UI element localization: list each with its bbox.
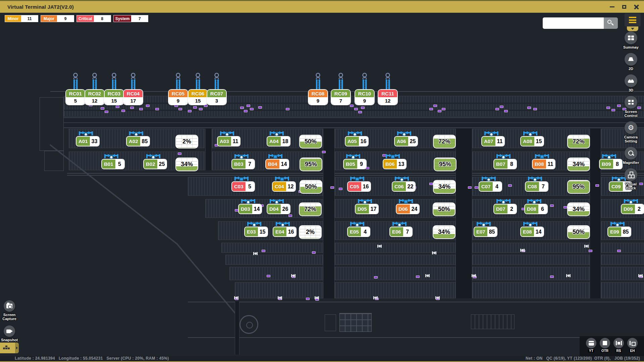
tool-magnifier[interactable]: Magnifier (623, 147, 639, 165)
truck-marker[interactable] (433, 105, 437, 107)
block-occupancy-box[interactable]: 95% (568, 181, 589, 193)
rc-unit-rc07[interactable]: RC07 3 (207, 72, 226, 105)
yard-block-e07[interactable]: E07 85 (474, 222, 497, 236)
truck-marker[interactable] (429, 183, 433, 185)
yard-block-a03[interactable]: A03 11 (218, 131, 240, 146)
hatch-marker[interactable] (291, 274, 296, 277)
yard-block-a08[interactable]: A08 15 (521, 131, 543, 146)
block-occupancy-box[interactable]: 34% (568, 203, 589, 216)
yard-block-b06[interactable]: B06 13 (383, 154, 406, 169)
block-occupancy-box[interactable]: 95% (300, 158, 322, 171)
truck-marker[interactable] (354, 108, 358, 110)
truck-marker[interactable] (155, 108, 159, 110)
truck-marker[interactable] (508, 184, 512, 187)
yard-block-e06[interactable]: E06 7 (390, 222, 412, 236)
truck-marker[interactable] (617, 250, 621, 252)
rc-unit-rc03[interactable]: RC03 15 (105, 72, 123, 105)
hatch-marker[interactable] (432, 251, 436, 254)
yard-block-a07[interactable]: A07 11 (482, 131, 504, 146)
truck-marker[interactable] (366, 167, 369, 169)
truck-marker[interactable] (495, 108, 499, 110)
yard-block-b01[interactable]: B01 5 (102, 154, 124, 169)
truck-marker[interactable] (193, 106, 197, 109)
yard-block-a04[interactable]: A04 18 (267, 131, 290, 146)
yard-block-c08[interactable]: C08 7 (526, 176, 548, 191)
truck-marker[interactable] (101, 107, 104, 110)
menu-button[interactable] (625, 13, 641, 26)
block-occupancy-box[interactable]: 50% (568, 226, 589, 238)
truck-marker[interactable] (130, 107, 134, 109)
rc-unit-rc11[interactable]: RC11 12 (378, 72, 397, 105)
rc-unit-rc09[interactable]: RC09 7 (331, 72, 350, 105)
truck-marker[interactable] (178, 108, 182, 110)
yard-block-e03[interactable]: E03 15 (245, 222, 267, 236)
snapshot-button[interactable]: Snapshot (3, 325, 16, 342)
yard-block-b08[interactable]: B08 11 (533, 154, 555, 169)
alert-badge-critical[interactable]: Critical 8 (76, 15, 111, 22)
block-occupancy-box[interactable]: 72% (300, 203, 321, 216)
yard-block-b02[interactable]: B02 25 (144, 154, 166, 169)
yard-block-e08[interactable]: E08 14 (521, 222, 543, 236)
yard-block-a02[interactable]: A02 85 (127, 131, 149, 146)
hatch-marker[interactable] (638, 274, 643, 277)
yard-block-a06[interactable]: A06 25 (395, 131, 417, 146)
yard-block-c07[interactable]: C07 4 (479, 176, 501, 191)
truck-marker[interactable] (258, 106, 262, 109)
block-occupancy-box[interactable]: 34% (176, 158, 198, 171)
truck-marker[interactable] (504, 110, 508, 112)
truck-marker[interactable] (244, 110, 248, 112)
block-occupancy-box[interactable]: 34% (568, 158, 589, 171)
minimize-button[interactable] (608, 3, 616, 11)
truck-marker[interactable] (374, 276, 378, 279)
terminal-map[interactable]: RC01 5 RC02 12 RC03 15 (0, 13, 644, 356)
yard-block-d09[interactable]: D09 2 (622, 199, 644, 214)
yard-block-c04[interactable]: C04 12 (273, 176, 295, 191)
truck-marker[interactable] (312, 251, 316, 254)
truck-marker[interactable] (589, 250, 592, 252)
screen-capture-button[interactable]: Screen Capture (3, 300, 16, 321)
close-button[interactable] (633, 3, 640, 11)
hatch-marker[interactable] (584, 245, 589, 248)
hatch-marker[interactable] (278, 296, 282, 299)
alert-badge-major[interactable]: Major 9 (41, 15, 74, 22)
yard-block-d03[interactable]: D03 14 (239, 199, 261, 214)
vehicle-filter-eh[interactable]: EH (627, 338, 638, 353)
truck-marker[interactable] (611, 109, 615, 111)
truck-marker[interactable] (500, 106, 503, 108)
expand-notch[interactable] (15, 343, 19, 353)
truck-marker[interactable] (247, 105, 250, 107)
truck-marker[interactable] (250, 108, 254, 110)
block-occupancy-box[interactable]: 50% (433, 203, 455, 216)
tool-screen-control[interactable]: Screen Control (620, 96, 642, 118)
tool-camera-setting[interactable]: ⚙ Camera Setting (620, 121, 642, 143)
yard-block-d07[interactable]: D07 2 (494, 199, 516, 214)
tool-virtual-block[interactable]: Virtual Block (620, 168, 642, 190)
truck-marker[interactable] (429, 108, 433, 110)
truck-marker[interactable] (121, 110, 125, 112)
yard-block-b04[interactable]: B04 14 (266, 154, 288, 169)
block-occupancy-box[interactable]: 72% (568, 135, 589, 148)
yard-block-d04[interactable]: D04 26 (267, 199, 290, 214)
truck-marker[interactable] (204, 105, 208, 107)
block-occupancy-box[interactable]: 95% (434, 158, 456, 171)
truck-marker[interactable] (178, 153, 181, 155)
hatch-marker[interactable] (472, 274, 476, 277)
rc-unit-rc02[interactable]: RC02 12 (85, 72, 104, 105)
rc-unit-rc06[interactable]: RC06 15 (189, 72, 207, 105)
tool-2d[interactable]: 2D (625, 53, 637, 71)
yard-block-c06[interactable]: C06 22 (392, 176, 415, 191)
truck-marker[interactable] (288, 215, 292, 217)
org-chart-tab[interactable] (0, 343, 19, 353)
alert-badge-minor[interactable]: Minor 11 (5, 15, 38, 22)
yard-block-a05[interactable]: A05 16 (345, 131, 368, 146)
vehicle-filter-otr[interactable]: OTR (600, 338, 610, 353)
yard-block-d06[interactable]: D06 24 (396, 199, 419, 214)
truck-marker[interactable] (475, 186, 478, 189)
hatch-marker[interactable] (566, 274, 571, 277)
yard-block-e04[interactable]: E04 16 (273, 222, 296, 236)
alert-badge-system[interactable]: System 7 (113, 15, 149, 22)
block-occupancy-box[interactable]: 34% (434, 181, 455, 193)
rc-unit-rc01[interactable]: RC01 5 (66, 72, 85, 105)
truck-marker[interactable] (235, 209, 238, 212)
yard-block-b09[interactable]: B09 8 (600, 154, 622, 169)
